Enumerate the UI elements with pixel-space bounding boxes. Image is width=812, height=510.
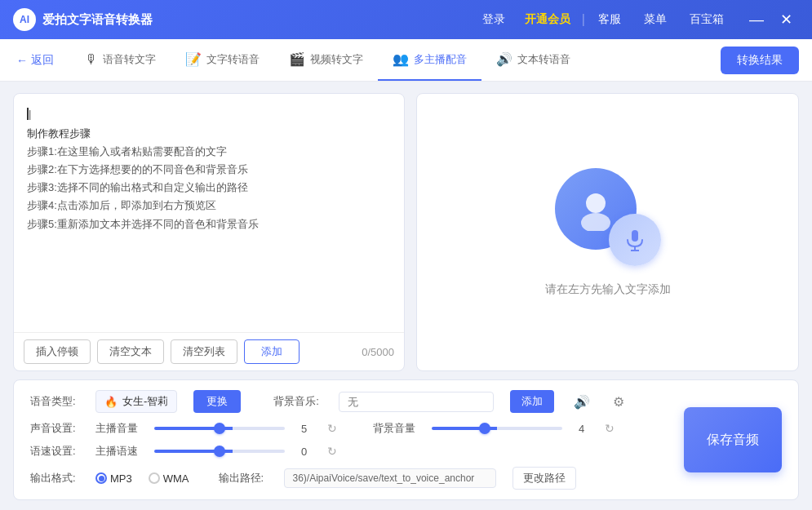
svg-point-0 [586, 193, 606, 213]
step-2: 步骤2:在下方选择想要的的不同音色和背景音乐 [27, 161, 391, 179]
svg-point-1 [581, 213, 610, 231]
wma-label: WMA [163, 472, 189, 485]
settings-row-2: 声音设置: 主播音量 5 ↻ 背景音量 4 ↻ [30, 421, 782, 436]
volume-slider[interactable] [154, 427, 285, 430]
voice-emoji: 🔥 [104, 396, 118, 408]
settings-panel: 语音类型: 🔥 女生-智莉 更换 背景音乐: 添加 🔊 ⚙ 声音设置: 主播音量… [13, 379, 799, 500]
volume-value: 5 [301, 423, 311, 435]
settings-gear-icon[interactable]: ⚙ [610, 392, 628, 411]
mp3-radio[interactable]: MP3 [95, 472, 132, 485]
char-count: 0/5000 [362, 346, 394, 358]
bg-music-label: 背景音乐: [273, 394, 322, 409]
bg-volume-slider[interactable] [432, 427, 562, 430]
tutorial-title: 制作教程步骤 [27, 125, 391, 143]
add-music-button[interactable]: 添加 [510, 390, 554, 413]
mp3-label: MP3 [110, 472, 132, 485]
save-audio-button[interactable]: 保存音频 [684, 407, 782, 472]
preview-mic-circle [609, 214, 661, 266]
output-path-label: 输出路径: [219, 471, 268, 486]
avatar-svg [574, 187, 618, 231]
bg-volume-refresh-icon[interactable]: ↻ [605, 422, 615, 435]
bg-volume-value: 4 [579, 423, 588, 435]
step-4: 步骤4:点击添加后，即添加到右方预览区 [27, 197, 391, 215]
text-to-voice-icon: 🔊 [496, 51, 512, 67]
speed-slider[interactable] [154, 450, 285, 453]
speed-settings-label: 语速设置: [30, 444, 79, 459]
mp3-radio-circle [95, 472, 107, 484]
volume-settings-label: 声音设置: [30, 421, 79, 436]
svg-rect-2 [632, 230, 638, 242]
nav-divider: | [582, 12, 585, 27]
add-button[interactable]: 添加 [244, 339, 300, 364]
back-label: 返回 [31, 53, 54, 68]
step-5: 步骤5:重新添加文本并选择不同的音色和背景音乐 [27, 215, 391, 233]
tab-multi-dubbing[interactable]: 👥 多主播配音 [378, 39, 481, 81]
speed-label: 主播语速 [95, 444, 138, 459]
text-area[interactable]: | 制作教程步骤 步骤1:在这里输入或者粘贴需要配音的文字 步骤2:在下方选择想… [14, 94, 404, 332]
title-bar: AI 爱拍文字语音转换器 登录 开通会员 | 客服 菜单 百宝箱 — ✕ [0, 0, 812, 39]
back-arrow-icon: ← [16, 54, 28, 67]
clear-text-button[interactable]: 清空文本 [97, 339, 164, 364]
login-button[interactable]: 登录 [474, 9, 513, 30]
preview-panel: 请在左方先输入文字添加 [416, 93, 799, 371]
title-nav: 登录 开通会员 | 客服 菜单 百宝箱 — ✕ [474, 7, 799, 33]
tab-multi-dubbing-label: 多主播配音 [414, 52, 467, 67]
close-button[interactable]: ✕ [773, 7, 799, 33]
tab-speech-to-text[interactable]: 🎙 语音转文字 [70, 39, 171, 81]
clear-list-button[interactable]: 清空列表 [171, 339, 237, 364]
change-path-button[interactable]: 更改路径 [512, 467, 576, 490]
menu-button[interactable]: 菜单 [634, 9, 677, 30]
cursor-indicator: | [27, 105, 391, 123]
preview-hint: 请在左方先输入文字添加 [545, 282, 671, 297]
toolbox-button[interactable]: 百宝箱 [680, 9, 734, 30]
convert-result-button[interactable]: 转换结果 [721, 47, 799, 74]
tab-text-to-voice-label: 文本转语音 [517, 52, 570, 67]
tab-speech-to-text-label: 语音转文字 [103, 52, 156, 67]
wma-radio[interactable]: WMA [149, 472, 189, 485]
text-to-speech-icon: 📝 [185, 51, 202, 67]
speed-value: 0 [301, 446, 311, 458]
settings-row-1: 语音类型: 🔥 女生-智莉 更换 背景音乐: 添加 🔊 ⚙ [30, 390, 782, 413]
volume-refresh-icon[interactable]: ↻ [327, 422, 337, 435]
tab-text-to-voice[interactable]: 🔊 文本转语音 [481, 39, 585, 81]
bg-volume-label: 背景音量 [373, 421, 415, 436]
tab-text-to-speech-label: 文字转语音 [206, 52, 260, 67]
back-button[interactable]: ← 返回 [13, 48, 64, 73]
step-1: 步骤1:在这里输入或者粘贴需要配音的文字 [27, 143, 391, 161]
top-panel: | 制作教程步骤 步骤1:在这里输入或者粘贴需要配音的文字 步骤2:在下方选择想… [13, 93, 799, 371]
multi-dubbing-icon: 👥 [393, 51, 409, 67]
output-path-input[interactable] [284, 468, 496, 488]
speech-to-text-icon: 🎙 [85, 52, 98, 67]
minimize-button[interactable]: — [743, 7, 770, 33]
format-label: 输出格式: [30, 471, 79, 486]
main-content: | 制作教程步骤 步骤1:在这里输入或者粘贴需要配音的文字 步骤2:在下方选择想… [0, 82, 812, 510]
voice-type-display: 🔥 女生-智莉 [95, 390, 177, 413]
settings-row-4: 输出格式: MP3 WMA 输出路径: 更改路径 [30, 467, 782, 490]
step-3: 步骤3:选择不同的输出格式和自定义输出的路径 [27, 179, 391, 197]
settings-row-3: 语速设置: 主播语速 0 ↻ [30, 444, 782, 459]
customer-service-button[interactable]: 客服 [588, 9, 631, 30]
window-controls: — ✕ [743, 7, 799, 33]
mic-svg [622, 227, 648, 253]
volume-icon[interactable]: 🔊 [570, 392, 593, 411]
text-input-panel: | 制作教程步骤 步骤1:在这里输入或者粘贴需要配音的文字 步骤2:在下方选择想… [13, 93, 405, 371]
speed-refresh-icon[interactable]: ↻ [327, 445, 337, 458]
text-actions-bar: 插入停顿 清空文本 清空列表 添加 0/5000 [14, 332, 404, 370]
wma-radio-circle [149, 472, 160, 484]
tab-text-to-speech[interactable]: 📝 文字转语音 [171, 39, 274, 81]
voice-name: 女生-智莉 [122, 394, 168, 409]
main-volume-label: 主播音量 [95, 421, 138, 436]
voice-type-label: 语音类型: [30, 394, 79, 409]
app-title: 爱拍文字语音转换器 [42, 12, 474, 28]
preview-icon [555, 168, 661, 266]
tab-video-to-text-label: 视频转文字 [310, 52, 363, 67]
insert-pause-button[interactable]: 插入停顿 [24, 339, 91, 364]
video-to-text-icon: 🎬 [289, 51, 305, 67]
bg-music-input[interactable] [339, 392, 494, 412]
tab-video-to-text[interactable]: 🎬 视频转文字 [274, 39, 378, 81]
vip-button[interactable]: 开通会员 [517, 9, 579, 30]
update-voice-button[interactable]: 更换 [193, 390, 241, 413]
tab-bar: ← 返回 🎙 语音转文字 📝 文字转语音 🎬 视频转文字 👥 多主播配音 🔊 文… [0, 39, 812, 82]
app-logo: AI [13, 8, 36, 31]
